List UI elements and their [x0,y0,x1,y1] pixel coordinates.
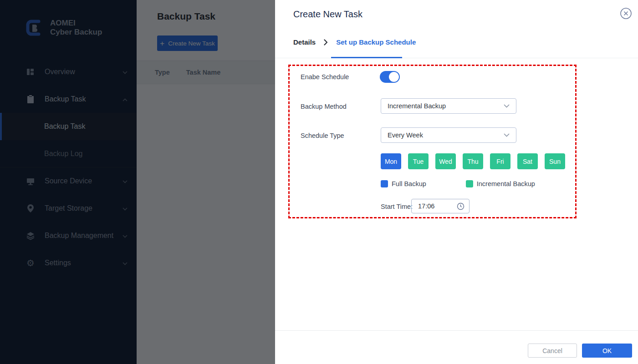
modal-title: Create New Task [293,9,362,20]
enable-schedule-label: Enabe Schedule [301,73,349,81]
wizard-steps: Details Set up Backup Schedule [293,38,416,46]
backup-type-legend: Full Backup Incremental Backup [381,180,535,187]
incremental-backup-label: Incremental Backup [477,180,535,187]
day-button-sun[interactable]: Sun [545,153,565,169]
backup-method-value: Incremental Backup [388,102,446,110]
backup-method-label: Backup Method [301,103,347,110]
full-backup-label: Full Backup [392,180,426,187]
start-time-value: 17:06 [418,202,434,210]
close-icon[interactable] [620,7,632,20]
day-button-thu[interactable]: Thu [463,153,483,169]
schedule-type-value: Every Week [388,131,423,139]
tab-set-up-backup-schedule[interactable]: Set up Backup Schedule [336,38,416,46]
enable-schedule-toggle[interactable] [380,71,400,83]
day-button-tue[interactable]: Tue [408,153,429,169]
start-time-label: Start Time: [381,203,413,210]
clock-icon [457,202,464,210]
incremental-backup-checkbox[interactable] [466,180,473,187]
cancel-button[interactable]: Cancel [528,344,577,358]
start-time-input[interactable]: 17:06 [411,199,470,213]
day-button-fri[interactable]: Fri [490,153,510,169]
schedule-type-select[interactable]: Every Week [381,127,516,143]
app-window: AOMEI Cyber Backup Overview Backup Task [0,0,638,364]
ok-button[interactable]: OK [582,344,632,358]
chevron-down-icon [504,133,510,137]
chevron-right-icon [324,39,328,46]
tab-details[interactable]: Details [293,38,316,46]
schedule-type-label: Schedule Type [301,132,344,139]
create-new-task-modal: Create New Task Details Set up Backup Sc… [275,0,638,364]
chevron-down-icon [504,104,510,108]
weekday-selector: Mon Tue Wed Thu Fri Sat Sun [381,153,565,169]
tabs-divider [275,58,638,58]
day-button-wed[interactable]: Wed [435,153,456,169]
toggle-knob [389,72,399,82]
active-tab-underline [331,57,402,58]
footer-divider [275,330,638,331]
day-button-mon[interactable]: Mon [381,153,401,169]
day-button-sat[interactable]: Sat [517,153,538,169]
full-backup-checkbox[interactable] [381,180,388,187]
backup-method-select[interactable]: Incremental Backup [381,98,516,114]
